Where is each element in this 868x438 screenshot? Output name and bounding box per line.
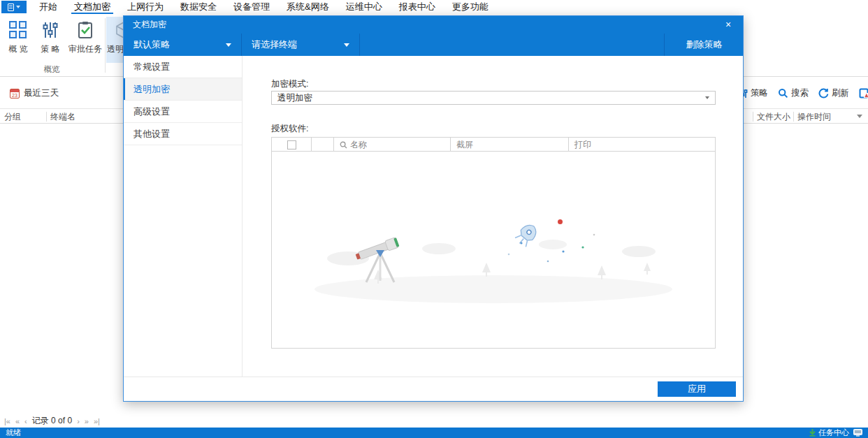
policy-tool-label: 策略 (751, 87, 768, 99)
task-center-button[interactable]: 任务中心 (809, 428, 849, 438)
tab-report-center[interactable]: 报表中心 (391, 0, 444, 14)
status-bar: 就绪 任务中心 (0, 428, 868, 438)
overview-label: 概 览 (8, 43, 27, 55)
terminal-dropdown[interactable]: 请选择终端 (242, 34, 359, 56)
delete-policy-label: 删除策略 (686, 38, 723, 51)
search-icon (340, 141, 347, 149)
clipboard-check-icon (76, 21, 94, 39)
encrypt-mode-label: 加密模式: (271, 78, 308, 90)
first-page-button[interactable]: |« (4, 417, 10, 425)
search-button[interactable]: 搜索 (778, 87, 809, 99)
column-blank (312, 138, 334, 152)
tab-document-encryption[interactable]: 文档加密 (66, 0, 119, 14)
apply-button[interactable]: 应用 (658, 381, 736, 397)
download-arrow-icon (809, 429, 816, 437)
column-file-size[interactable]: 文件大小 (757, 111, 790, 123)
date-range-label: 最近三天 (24, 87, 59, 99)
application-icon (8, 3, 14, 11)
menu-bar: 开始 文档加密 上网行为 数据安全 设备管理 系统&网络 运维中心 报表中心 更… (0, 0, 868, 14)
refresh-label: 刷新 (832, 87, 849, 99)
column-filter-icon[interactable] (857, 115, 862, 118)
chevron-down-icon (226, 43, 231, 47)
sidebar-item-other-settings[interactable]: 其他设置 (124, 123, 242, 145)
tab-ops-center[interactable]: 运维中心 (338, 0, 391, 14)
tab-system-network[interactable]: 系统&网络 (278, 0, 338, 14)
application-menu-button[interactable] (1, 1, 27, 13)
fast-prev-button[interactable]: « (15, 417, 20, 425)
column-terminal-name[interactable]: 终端名 (50, 111, 75, 123)
approval-tasks-label: 审批任务 (68, 43, 102, 55)
menu-tab-strip: 开始 文档加密 上网行为 数据安全 设备管理 系统&网络 运维中心 报表中心 更… (31, 0, 497, 14)
pagination-bar: |« « ‹ 记录 0 of 0 › » »| (0, 414, 868, 428)
overview-button[interactable]: 概 览 (3, 17, 34, 63)
tab-device-management[interactable]: 设备管理 (225, 0, 278, 14)
authorized-software-label: 授权软件: (271, 123, 308, 135)
last-page-button[interactable]: »| (94, 417, 100, 425)
tab-start[interactable]: 开始 (31, 0, 66, 14)
search-label: 搜索 (791, 87, 809, 99)
dialog-header-bar: 默认策略 请选择终端 删除策略 (124, 34, 743, 56)
dialog-body: 常规设置 透明加密 高级设置 其他设置 加密模式: 透明加密 授权软件: (124, 56, 743, 377)
refresh-button[interactable]: 刷新 (818, 87, 849, 99)
terminal-dropdown-value: 请选择终端 (252, 38, 297, 51)
column-print[interactable]: 打印 (569, 138, 715, 152)
dialog-footer: 应用 (124, 377, 743, 401)
task-center-label: 任务中心 (818, 428, 849, 438)
policy-dropdown-value: 默认策略 (133, 38, 170, 51)
column-name-label: 名称 (350, 139, 367, 151)
ribbon-separator (105, 18, 106, 73)
policy-label: 策 略 (41, 43, 59, 55)
delete-policy-button[interactable]: 删除策略 (665, 34, 744, 56)
record-count: 记录 0 of 0 (32, 415, 72, 427)
select-all-checkbox[interactable] (287, 140, 296, 149)
tab-more-features[interactable]: 更多功能 (444, 0, 497, 14)
tab-data-security[interactable]: 数据安全 (172, 0, 225, 14)
export-file-icon (859, 88, 868, 98)
sidebar-item-transparent-encryption[interactable]: 透明加密 (124, 78, 242, 101)
date-range-filter-button[interactable]: 23 最近三天 (10, 87, 59, 99)
prev-page-button[interactable]: ‹ (24, 417, 27, 425)
empty-state-illustration (312, 212, 675, 307)
sliders-icon (41, 21, 59, 39)
dialog-sidebar: 常规设置 透明加密 高级设置 其他设置 (124, 56, 243, 377)
policy-button[interactable]: 策 略 (35, 17, 66, 63)
column-group[interactable]: 分组 (4, 111, 21, 123)
dialog-content: 加密模式: 透明加密 授权软件: 名称 (243, 56, 743, 377)
encrypt-mode-value: 透明加密 (277, 92, 312, 104)
document-encryption-dialog: 文档加密 × 默认策略 请选择终端 删除策略 常规设置 透明加密 高级设置 其他… (123, 15, 744, 402)
ribbon-group-label: 概览 (0, 64, 103, 75)
policy-dropdown[interactable]: 默认策略 (124, 34, 241, 56)
chevron-down-icon (344, 43, 349, 47)
sidebar-item-advanced-settings[interactable]: 高级设置 (124, 101, 242, 123)
monitor-icon[interactable] (853, 429, 862, 437)
close-icon[interactable]: × (722, 18, 735, 31)
dialog-title: 文档加密 (133, 19, 166, 31)
sidebar-item-general-settings[interactable]: 常规设置 (124, 56, 242, 78)
tab-internet-behavior[interactable]: 上网行为 (119, 0, 172, 14)
column-screenshot[interactable]: 截屏 (451, 138, 569, 152)
status-text: 就绪 (6, 428, 21, 438)
chevron-down-icon (16, 6, 20, 8)
fast-next-button[interactable]: » (85, 417, 89, 425)
column-name[interactable]: 名称 (334, 138, 451, 152)
grid-icon (9, 21, 27, 39)
approval-tasks-button[interactable]: 审批任务 (67, 17, 103, 63)
toolbar-right: 策略 搜索 刷新 导出 (738, 87, 868, 99)
calendar-icon: 23 (10, 89, 20, 98)
software-table-empty-body (272, 152, 715, 348)
encrypt-mode-select[interactable]: 透明加密 (271, 91, 716, 105)
refresh-icon (818, 88, 829, 98)
export-button[interactable]: 导出 (859, 87, 868, 99)
chevron-down-icon (705, 96, 709, 99)
authorized-software-table: 名称 截屏 打印 (271, 137, 716, 349)
next-page-button[interactable]: › (77, 417, 80, 425)
dialog-title-bar: 文档加密 × (124, 16, 743, 34)
column-operation-time[interactable]: 操作时间 (797, 111, 831, 123)
search-icon (778, 88, 788, 98)
software-table-header: 名称 截屏 打印 (272, 138, 715, 152)
